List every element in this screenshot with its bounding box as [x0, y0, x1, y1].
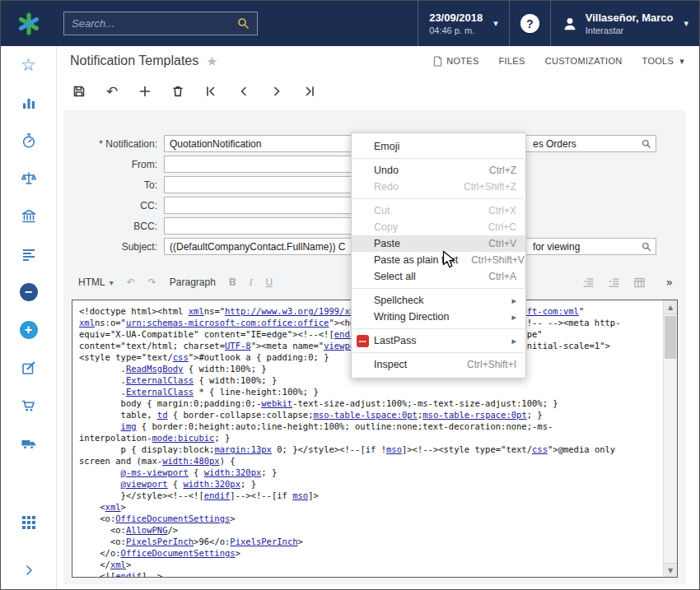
- add-new-button[interactable]: [131, 80, 159, 103]
- app-logo[interactable]: [1, 1, 57, 46]
- plus-icon: [138, 85, 152, 98]
- user-menu[interactable]: Villaseñor, Marco Interastar ▾: [550, 1, 699, 46]
- sidebar-item-favorites[interactable]: ☆: [1, 46, 56, 84]
- note-icon: [433, 56, 442, 67]
- menu-item-label: Redo: [374, 181, 450, 193]
- magnifier-icon[interactable]: [642, 139, 651, 149]
- bcc-label: BCC:: [72, 221, 164, 232]
- menu-item-writing-direction[interactable]: Writing Direction▸: [352, 309, 525, 325]
- go-previous-button[interactable]: [230, 80, 258, 103]
- table-button: [627, 272, 652, 292]
- sidebar-item-time[interactable]: [1, 122, 56, 160]
- menu-shortcut: Ctrl+Z: [489, 165, 516, 176]
- menu-item-spellcheck[interactable]: Spellcheck▸: [352, 292, 525, 309]
- sidebar-item-lists[interactable]: [1, 235, 56, 273]
- editor-redo-button: ↷: [142, 272, 163, 292]
- menu-item-label: Inspect: [374, 359, 454, 370]
- menu-item-select-all[interactable]: Select allCtrl+A: [352, 268, 525, 285]
- sidebar-item-sales[interactable]: [1, 387, 56, 425]
- to-label: To:: [72, 179, 164, 191]
- paragraph-dropdown[interactable]: Paragraph: [163, 272, 222, 292]
- outdent-icon: [582, 276, 595, 289]
- chevron-right-icon: [22, 564, 35, 577]
- search-input[interactable]: [72, 17, 237, 30]
- menu-item-label: Spellcheck: [374, 295, 498, 306]
- bold-button: B: [222, 272, 243, 292]
- go-last-button[interactable]: [296, 80, 324, 103]
- sidebar-item-dashboards[interactable]: [1, 84, 56, 122]
- menu-separator: [352, 158, 525, 159]
- html-mode-label: HTML: [78, 276, 105, 288]
- submenu-arrow-icon: ▸: [511, 312, 516, 323]
- menu-item-label: Paste as plain text: [374, 254, 458, 266]
- save-button[interactable]: [65, 80, 93, 103]
- favorite-star-icon[interactable]: ★: [206, 53, 217, 69]
- topbar-right: 23/09/2018 04:46 p. m. ▾ ? Villaseñor, M…: [418, 1, 699, 46]
- menu-shortcut: Ctrl+Shift+Z: [464, 181, 516, 193]
- sidebar-item-remove[interactable]: −: [1, 273, 56, 311]
- files-link[interactable]: FILES: [499, 56, 525, 66]
- stopwatch-icon: [21, 132, 37, 149]
- user-company: Interastar: [586, 25, 674, 36]
- header-links: NOTES FILES CUSTOMIZATION TOOLS ▾: [433, 56, 684, 67]
- datetime-selector[interactable]: 23/09/2018 04:46 p. m. ▾: [418, 1, 509, 46]
- sidebar-expand-button[interactable]: [1, 551, 56, 589]
- help-button[interactable]: ?: [509, 1, 550, 46]
- logo-icon: [17, 12, 40, 35]
- cancel-button[interactable]: ↶: [98, 80, 126, 103]
- menu-shortcut: Ctrl+C: [488, 221, 516, 233]
- tools-menu[interactable]: TOOLS ▾: [642, 56, 684, 67]
- editor-scrollbar[interactable]: ▲ ▼: [663, 300, 677, 577]
- tools-label: TOOLS: [642, 56, 674, 66]
- scroll-up-button[interactable]: ▲: [664, 300, 677, 314]
- redo-icon: ↷: [148, 276, 156, 288]
- sidebar: ☆: [1, 46, 57, 589]
- chevron-down-icon: ▾: [110, 278, 114, 287]
- user-name: Villaseñor, Marco: [586, 12, 674, 25]
- menu-shortcut: Ctrl+Shift+V: [471, 254, 525, 266]
- notes-link[interactable]: NOTES: [433, 56, 478, 67]
- menu-item-inspect[interactable]: InspectCtrl+Shift+I: [352, 356, 525, 373]
- menu-item-undo[interactable]: UndoCtrl+Z: [352, 162, 525, 179]
- viewing-value: for viewing: [533, 241, 580, 253]
- indent-button: [601, 272, 627, 292]
- sidebar-item-compose[interactable]: [1, 349, 56, 387]
- scroll-down-button[interactable]: ▼: [664, 563, 677, 577]
- menu-item-cut: CutCtrl+X: [352, 202, 525, 219]
- delete-button[interactable]: [164, 80, 192, 103]
- go-next-button[interactable]: [263, 80, 291, 103]
- user-icon: [562, 16, 578, 32]
- magnifier-icon[interactable]: [642, 242, 651, 252]
- compose-icon: [21, 360, 37, 376]
- toolbar-more-button[interactable]: »: [660, 276, 678, 289]
- subject-label: Subject:: [72, 241, 164, 253]
- html-mode-dropdown[interactable]: HTML ▾: [72, 272, 120, 292]
- table-icon: [633, 276, 646, 289]
- sidebar-item-apps[interactable]: [1, 504, 56, 541]
- menu-item-paste-as-plain-text[interactable]: Paste as plain textCtrl+Shift+V: [352, 252, 525, 268]
- sidebar-item-add[interactable]: +: [1, 311, 56, 349]
- menu-item-lastpass[interactable]: •••LastPass▸: [352, 332, 525, 349]
- sidebar-item-legal[interactable]: [1, 160, 56, 197]
- menu-separator: [352, 328, 525, 329]
- go-first-button[interactable]: [197, 80, 225, 103]
- menu-item-emoji[interactable]: Emoji: [352, 138, 525, 155]
- sidebar-item-finance[interactable]: [1, 197, 56, 235]
- scrollbar-thumb[interactable]: [665, 316, 676, 359]
- menu-separator: [352, 288, 525, 289]
- menu-shortcut: Ctrl+V: [488, 238, 516, 249]
- page-title: Notification Templates: [70, 53, 198, 68]
- customization-link[interactable]: CUSTOMIZATION: [545, 56, 623, 66]
- minus-circle-icon: −: [20, 283, 38, 301]
- menu-shortcut: Ctrl+X: [488, 205, 516, 216]
- menu-item-label: Writing Direction: [374, 311, 498, 323]
- sidebar-item-shipping[interactable]: [1, 425, 56, 462]
- menu-item-paste[interactable]: PasteCtrl+V: [352, 235, 525, 252]
- menu-item-label: Emoji: [374, 141, 503, 152]
- chevron-left-icon: [237, 85, 250, 98]
- record-toolbar: ↶: [57, 76, 699, 107]
- cc-label: CC:: [72, 200, 164, 211]
- menu-item-label: Undo: [374, 165, 476, 176]
- search-icon[interactable]: [237, 17, 250, 30]
- editor-toolbar-right: »: [576, 272, 678, 292]
